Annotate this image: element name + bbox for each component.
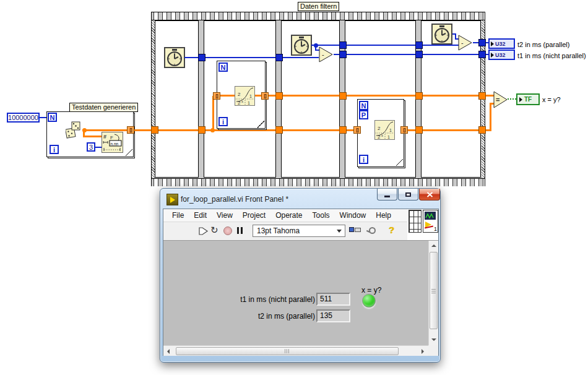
auto-index-tunnel: [] xyxy=(261,92,269,100)
font-selector[interactable]: 13pt Tahoma xyxy=(253,225,345,237)
sequence-tunnel xyxy=(198,126,205,134)
digits-constant[interactable]: 3 xyxy=(87,142,95,152)
context-help-button[interactable]: ? xyxy=(389,225,394,235)
sequence-frame-1 xyxy=(155,20,199,178)
close-button[interactable] xyxy=(419,189,440,200)
toolbar: ↻ 13pt Tahoma ? xyxy=(163,222,407,241)
menu-item-tools[interactable]: Tools xyxy=(308,211,335,220)
abort-button[interactable] xyxy=(223,226,232,235)
menu-item-window[interactable]: Window xyxy=(335,211,371,220)
tf-indicator-xy[interactable]: TF xyxy=(516,93,540,105)
count-terminal-n[interactable]: N xyxy=(359,101,368,110)
parallel-terminal-p[interactable]: P xyxy=(359,110,368,119)
svg-text:x: x xyxy=(381,134,383,137)
wire-segment xyxy=(83,136,102,137)
svg-text:=: = xyxy=(496,96,499,103)
run-continuously-button[interactable]: ↻ xyxy=(210,225,218,236)
indicator-arrow-icon xyxy=(519,97,522,102)
front-panel-window: for_loop_parallel.vi Front Panel * File … xyxy=(160,188,441,363)
svg-text:F: F xyxy=(110,135,113,140)
maximize-button[interactable] xyxy=(398,189,418,200)
t1-result-wire xyxy=(334,54,489,55)
film-strip-top xyxy=(152,12,485,20)
vi-icon-button[interactable]: 1 xyxy=(423,210,438,233)
u32-indicator-t1[interactable]: U32 xyxy=(488,50,515,60)
format-number-icon[interactable]: # F n.nn xyxy=(102,132,123,153)
iteration-terminal-i[interactable]: i xyxy=(359,155,368,164)
power-of-two-node[interactable]: 2 1 2 x 1 xyxy=(235,86,255,106)
tick-count-node-2[interactable] xyxy=(291,35,312,56)
front-panel: t1 in ms (nicht parallel) 511 t2 in ms (… xyxy=(163,241,428,345)
menu-item-file[interactable]: File xyxy=(167,211,189,220)
indicator-arrow-icon xyxy=(491,41,494,46)
iterations-constant[interactable]: 10000000 xyxy=(7,113,40,123)
window-client-area: File Edit View Project Operate Tools Win… xyxy=(163,209,439,356)
vertical-scroll-thumb[interactable] xyxy=(430,252,438,329)
vertical-scrollbar[interactable] xyxy=(428,241,438,345)
wire-segment xyxy=(82,129,128,131)
sequence-tunnel xyxy=(478,126,486,134)
wire-segment xyxy=(95,147,102,148)
subtract-node-2[interactable]: - xyxy=(458,35,473,51)
menu-item-edit[interactable]: Edit xyxy=(189,211,212,220)
loop-dogear xyxy=(126,149,133,157)
svg-text:-: - xyxy=(461,39,464,46)
equals-node[interactable]: = xyxy=(493,91,508,108)
t1-value-indicator[interactable]: 511 xyxy=(316,293,350,306)
search-button[interactable] xyxy=(369,227,376,234)
sequence-tunnel xyxy=(415,41,423,49)
svg-text:x: x xyxy=(241,100,243,103)
boolean-wire xyxy=(508,98,516,100)
horizontal-scrollbar[interactable] xyxy=(163,345,428,356)
auto-index-tunnel: [] xyxy=(127,126,134,134)
auto-index-tunnel: [] xyxy=(400,126,408,134)
boolean-led-indicator[interactable] xyxy=(362,294,376,308)
tick-count-node-1[interactable] xyxy=(164,47,185,68)
count-terminal-n[interactable]: N xyxy=(48,113,57,122)
horizontal-scroll-thumb[interactable] xyxy=(176,347,399,355)
sequence-tunnel xyxy=(275,92,283,100)
scroll-right-button[interactable] xyxy=(418,347,428,356)
menu-item-help[interactable]: Help xyxy=(371,211,396,220)
alignment-grid-button[interactable] xyxy=(409,210,422,233)
testdaten-loop-label: Testdaten generieren xyxy=(69,103,138,112)
t2-value-indicator[interactable]: 135 xyxy=(316,309,350,322)
menu-item-view[interactable]: View xyxy=(212,211,238,220)
film-strip-bottom xyxy=(152,178,485,186)
scroll-down-button[interactable] xyxy=(429,335,438,345)
sequence-tunnel xyxy=(151,126,158,134)
t1-indicator-label: t1 in ms (nicht parallel) xyxy=(517,52,586,59)
close-icon xyxy=(426,192,433,197)
sequence-tunnel xyxy=(478,92,486,100)
menu-item-project[interactable]: Project xyxy=(238,211,270,220)
random-number-dice-icon[interactable] xyxy=(66,121,83,139)
sequence-tunnel xyxy=(415,126,423,134)
scroll-up-button[interactable] xyxy=(429,241,438,251)
sequence-tunnel xyxy=(339,51,347,58)
t1-control-label: t1 in ms (nicht parallel) xyxy=(200,295,315,304)
window-title: for_loop_parallel.vi Front Panel * xyxy=(181,195,288,204)
u32-indicator-t2[interactable]: U32 xyxy=(488,38,515,49)
pause-button[interactable] xyxy=(237,227,243,234)
iteration-terminal-i[interactable]: i xyxy=(218,117,228,126)
menu-item-operate[interactable]: Operate xyxy=(270,211,307,220)
filtered-data-wire xyxy=(269,95,494,97)
minimize-button[interactable] xyxy=(377,189,397,200)
align-objects-button[interactable] xyxy=(349,227,362,232)
sequence-tunnel xyxy=(275,126,283,134)
power-of-two-node[interactable]: 2 1 2 x 1 xyxy=(374,120,395,140)
subtract-node-1[interactable]: - xyxy=(319,46,334,62)
maximize-icon xyxy=(405,192,411,197)
tick-count-node-3[interactable] xyxy=(431,24,452,45)
run-button[interactable] xyxy=(198,226,209,236)
sequence-tunnel xyxy=(478,39,486,46)
scroll-left-button[interactable] xyxy=(163,347,173,356)
count-terminal-n[interactable]: N xyxy=(218,62,228,72)
t2-control-label: t2 in ms (parallel) xyxy=(200,312,315,321)
sequence-tunnel xyxy=(198,54,205,61)
sequence-tunnel xyxy=(415,92,423,100)
stop-icon xyxy=(223,226,232,235)
iteration-terminal-i[interactable]: i xyxy=(50,145,59,154)
svg-text:2: 2 xyxy=(378,126,381,131)
xy-indicator-label: x = y? xyxy=(542,96,561,103)
